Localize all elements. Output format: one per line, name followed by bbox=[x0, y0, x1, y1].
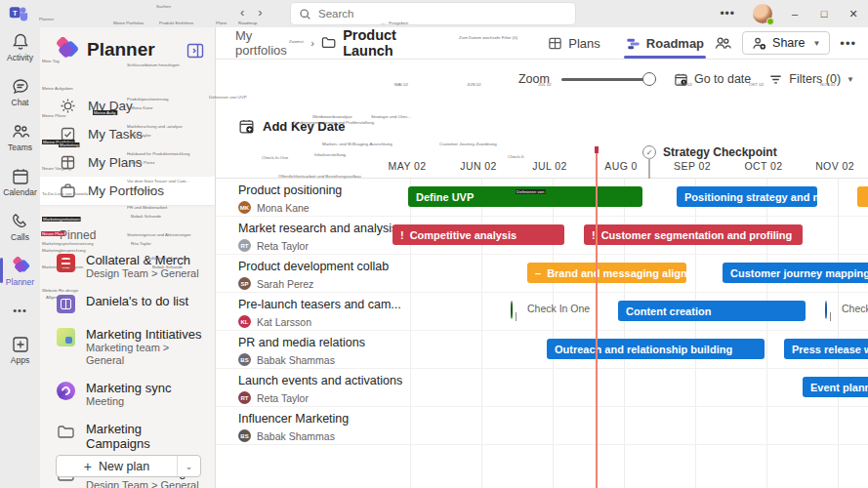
roadmap-bar-brand-and-messaging-alignment[interactable]: –Brand and messaging alignment bbox=[527, 263, 686, 283]
rail-item-apps[interactable]: Apps bbox=[0, 330, 40, 369]
roadmap-bar-content-creation[interactable]: Content creation bbox=[618, 301, 806, 321]
roadmap-bar-positioning-strategy-and-mess[interactable]: Positioning strategy and mess... bbox=[677, 186, 817, 207]
roadmap-bar-bar[interactable] bbox=[857, 186, 868, 207]
tab-roadmap[interactable]: Roadmap bbox=[616, 27, 714, 59]
checkpoint-icon: ✓ bbox=[642, 145, 656, 159]
breadcrumb-chevron-icon: › bbox=[310, 37, 314, 49]
minimize-button[interactable]: – bbox=[780, 0, 809, 27]
collapse-panel-icon[interactable] bbox=[186, 41, 205, 59]
tab-plans[interactable]: Plans bbox=[538, 27, 610, 59]
roadmap-bar-press-release-writing[interactable]: Press release writing bbox=[784, 339, 868, 359]
priority-icon: ! bbox=[400, 229, 404, 241]
task-name[interactable]: PR and media relations bbox=[238, 336, 365, 349]
breadcrumb[interactable]: My portfolios bbox=[235, 28, 304, 58]
titlebar-more-button[interactable]: ••• bbox=[710, 7, 745, 20]
close-button[interactable]: ✕ bbox=[839, 0, 868, 27]
rail-item-calls[interactable]: Calls bbox=[0, 207, 40, 246]
planner-logo-icon bbox=[54, 37, 79, 62]
share-chevron-icon: ▼ bbox=[812, 39, 820, 48]
roadmap-row-market-research-and-analysis: Market research and analysis RTReta Tayl… bbox=[216, 217, 868, 255]
roadmap-row-pre-launch-teasers-and-cam: Pre-launch teasers and cam... KLKat Lars… bbox=[216, 293, 868, 331]
main-content: My portfolios › Product Launch Plans Roa… bbox=[216, 27, 868, 488]
task-assignee: SPSarah Perez bbox=[238, 277, 313, 290]
share-label: Share bbox=[772, 36, 805, 50]
search-input[interactable] bbox=[318, 8, 567, 20]
plan-lime-plan-icon bbox=[57, 328, 75, 346]
tab-roadmap-label: Roadmap bbox=[646, 36, 704, 51]
key-date-strategy-checkpoint[interactable]: ✓ Strategy Checkpoint bbox=[642, 145, 656, 159]
roadmap-bar-define-uvp[interactable]: Define UVP bbox=[408, 186, 642, 207]
roadmap-bar-outreach-and-relationship-building[interactable]: Outreach and relationship building bbox=[547, 339, 765, 359]
pinned-item-collateral-merch[interactable]: Collateral & MerchDesign Team > General bbox=[40, 246, 215, 287]
sidebar-item-my-portfolios[interactable]: My Portfolios bbox=[40, 177, 215, 205]
add-key-date-button[interactable]: Add Key Date bbox=[238, 118, 346, 135]
roadmap-bar-customer-journey-mapping[interactable]: Customer journey mapping bbox=[723, 263, 868, 283]
rail-more-button[interactable]: ••• bbox=[0, 297, 40, 330]
task-name[interactable]: Launch events and activations bbox=[238, 374, 402, 387]
pinned-item-daniela-s-to-do-list[interactable]: Daniela's to do list bbox=[40, 287, 215, 320]
teams-icon bbox=[11, 122, 30, 142]
user-avatar[interactable] bbox=[753, 4, 772, 23]
assignee-avatar: SP bbox=[238, 277, 251, 290]
apps-icon bbox=[11, 335, 30, 354]
plan-red-plan-icon bbox=[57, 254, 75, 272]
search-bar[interactable] bbox=[291, 3, 575, 24]
rail-item-teams[interactable]: Teams bbox=[0, 117, 40, 156]
new-plan-dropdown-button[interactable]: ⌄ bbox=[177, 456, 200, 476]
go-to-date-label: Go to date bbox=[694, 72, 751, 86]
roadmap-row-influencer-marketing: Influencer Marketing BSBabak Shammas bbox=[216, 407, 868, 445]
planner-sidebar: Planner My DayMy TasksMy PlansMy Portfol… bbox=[40, 27, 216, 488]
rail-item-calendar[interactable]: Calendar bbox=[0, 162, 40, 201]
zoom-slider[interactable] bbox=[561, 72, 656, 86]
task-name[interactable]: Market research and analysis bbox=[238, 222, 397, 235]
sidebar-item-my-day[interactable]: My Day bbox=[40, 92, 215, 120]
pinned-item-marketing-sync[interactable]: Marketing syncMeeting bbox=[40, 374, 215, 415]
calendar-add-icon bbox=[238, 118, 255, 135]
sun-icon bbox=[60, 98, 76, 114]
svg-text:T: T bbox=[13, 9, 18, 18]
roadmap-bar-event-planning[interactable]: Event planning bbox=[803, 377, 868, 397]
task-name[interactable]: Product positioning bbox=[238, 183, 342, 197]
pinned-item-marketing-intitiatives[interactable]: Marketing IntitiativesMarketing team > G… bbox=[40, 320, 215, 374]
members-icon[interactable] bbox=[714, 34, 732, 53]
filters-button[interactable]: Filters (0) ▼ bbox=[768, 72, 854, 87]
plans-icon bbox=[60, 154, 76, 171]
pinned-item-marketing-campaigns[interactable]: Marketing Campaigns bbox=[40, 415, 215, 458]
app-title: Planner bbox=[87, 39, 186, 61]
pinned-list: Collateral & MerchDesign Team > GeneralD… bbox=[40, 246, 215, 488]
go-to-date-button[interactable]: Go to date bbox=[674, 72, 751, 87]
assignee-avatar: MK bbox=[238, 201, 251, 214]
milestone-check-in-one[interactable]: Check In One bbox=[511, 302, 513, 319]
teams-logo-icon[interactable]: T bbox=[9, 4, 28, 23]
rail-item-planner[interactable]: Planner bbox=[0, 252, 40, 291]
sidebar-item-my-plans[interactable]: My Plans bbox=[40, 148, 215, 177]
roadmap-row-launch-events-and-activations: Launch events and activations RTReta Tay… bbox=[216, 369, 868, 407]
task-name[interactable]: Pre-launch teasers and cam... bbox=[238, 298, 401, 311]
back-button[interactable]: ‹ bbox=[240, 5, 244, 20]
month-label: JUL 02 bbox=[532, 160, 566, 172]
header-more-button[interactable]: ••• bbox=[840, 36, 856, 51]
share-button[interactable]: Share ▼ bbox=[742, 31, 830, 55]
zoom-slider-thumb[interactable] bbox=[642, 72, 656, 86]
roadmap-bar-customer-segmentation-and-profiling[interactable]: !Customer segmentation and profiling bbox=[584, 224, 803, 245]
rail-item-activity[interactable]: Activity bbox=[0, 27, 40, 66]
task-name[interactable]: Influencer Marketing bbox=[238, 412, 349, 426]
sidebar-item-my-tasks[interactable]: My Tasks bbox=[40, 120, 215, 148]
rail-item-chat[interactable]: Chat bbox=[0, 72, 40, 111]
add-key-date-label: Add Key Date bbox=[263, 119, 346, 134]
forward-button[interactable]: › bbox=[258, 5, 262, 20]
month-label: SEP 02 bbox=[674, 160, 711, 172]
task-assignee: KLKat Larsson bbox=[238, 315, 311, 328]
roadmap-bar-competitive-analysis[interactable]: !Competitive analysis bbox=[393, 224, 564, 245]
maximize-button[interactable]: □ bbox=[809, 0, 839, 27]
chat-icon bbox=[11, 77, 30, 97]
task-name[interactable]: Product development collab bbox=[238, 260, 389, 273]
checkpoint-label: Strategy Checkpoint bbox=[663, 145, 777, 159]
roadmap-row-pr-and-media-relations: PR and media relations BSBabak ShammasOu… bbox=[216, 331, 868, 369]
milestone-check-in[interactable]: Check In bbox=[825, 302, 827, 319]
month-label: OCT 02 bbox=[745, 160, 783, 172]
portfolio-icon bbox=[60, 183, 76, 199]
month-label: NOV 02 bbox=[815, 160, 854, 172]
assignee-avatar: RT bbox=[238, 391, 251, 404]
new-plan-button[interactable]: +New plan ⌄ bbox=[56, 455, 201, 477]
